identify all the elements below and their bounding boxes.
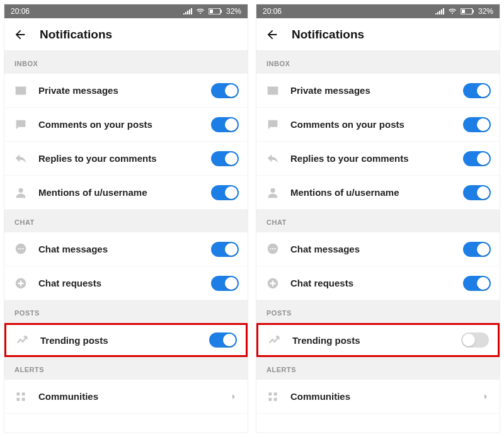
row-private-messages[interactable]: Private messages [4,74,248,108]
comment-icon [265,118,280,132]
status-bar: 20:06 32% [256,4,500,18]
label: Trending posts [292,335,451,346]
svg-rect-8 [16,392,20,395]
label: Private messages [290,85,453,96]
toggle[interactable] [463,83,491,98]
app-bar: Notifications [4,18,248,51]
toggle[interactable] [463,276,491,291]
section-posts: POSTS [256,300,500,323]
row-mentions[interactable]: Mentions of u/username [4,176,248,210]
signal-icon [435,8,444,14]
row-trending-posts[interactable]: Trending posts [256,323,500,357]
row-comments-on-posts[interactable]: Comments on your posts [4,108,248,142]
back-icon[interactable] [13,28,27,42]
row-chat-requests[interactable]: Chat requests [4,266,248,300]
plus-circle-icon [13,276,28,290]
section-posts: POSTS [4,300,248,323]
grid-icon [13,390,28,403]
row-chat-requests[interactable]: Chat requests [256,266,500,300]
status-right: 32% [183,7,241,16]
plus-circle-icon [265,276,280,290]
row-mentions[interactable]: Mentions of u/username [256,176,500,210]
svg-point-17 [272,247,273,249]
toggle[interactable] [211,117,239,132]
wifi-icon [196,8,205,14]
svg-point-18 [274,247,275,249]
comment-icon [13,118,28,132]
section-inbox: INBOX [256,51,500,74]
toggle[interactable] [211,83,239,98]
label: Mentions of u/username [38,187,201,198]
row-replies[interactable]: Replies to your comments [256,142,500,176]
section-chat: CHAT [4,210,248,232]
status-right: 32% [435,7,493,16]
toggle[interactable] [211,276,239,291]
svg-point-4 [18,247,19,249]
toggle[interactable] [211,151,239,166]
svg-rect-13 [472,10,474,13]
toggle[interactable] [211,242,239,257]
toggle[interactable] [463,117,491,132]
label: Comments on your posts [290,119,453,130]
label: Trending posts [40,335,199,346]
row-replies[interactable]: Replies to your comments [4,142,248,176]
label: Replies to your comments [290,153,453,164]
section-alerts: ALERTS [4,357,248,380]
toggle[interactable] [209,332,237,348]
trending-icon [267,333,282,347]
label: Communities [38,391,219,402]
reply-icon [13,152,28,166]
battery-pct: 32% [478,7,493,16]
svg-rect-2 [210,9,213,13]
section-chat: CHAT [256,210,500,232]
svg-point-5 [20,247,21,249]
chevron-right-icon [481,392,491,402]
label: Chat messages [38,244,201,254]
battery-icon [209,8,222,14]
person-icon [13,186,28,200]
back-icon[interactable] [265,28,279,42]
row-communities[interactable]: Communities [256,380,500,414]
row-private-messages[interactable]: Private messages [256,74,500,108]
label: Chat requests [290,278,453,288]
toggle[interactable] [211,185,239,200]
svg-rect-1 [220,10,222,13]
label: Chat requests [38,278,201,288]
label: Private messages [38,85,201,96]
page-title: Notifications [292,28,364,42]
svg-rect-9 [22,392,25,395]
svg-rect-14 [462,9,465,13]
toggle[interactable] [461,332,489,348]
svg-point-6 [22,247,23,249]
battery-icon [461,8,474,14]
battery-pct: 32% [226,7,241,16]
status-time: 20:06 [263,7,282,16]
label: Replies to your comments [38,153,201,164]
section-inbox: INBOX [4,51,248,74]
toggle[interactable] [463,151,491,166]
row-communities[interactable]: Communities [4,380,248,414]
svg-rect-21 [274,392,277,395]
chevron-right-icon [229,392,239,402]
page-title: Notifications [40,28,112,42]
wifi-icon [448,8,457,14]
row-chat-messages[interactable]: Chat messages [4,232,248,266]
chat-icon [265,242,280,256]
svg-rect-23 [274,397,277,400]
label: Comments on your posts [38,119,201,130]
signal-icon [183,8,192,14]
svg-rect-10 [16,397,20,400]
status-time: 20:06 [11,7,30,16]
label: Mentions of u/username [290,187,453,198]
svg-rect-20 [268,392,272,395]
status-bar: 20:06 32% [4,4,248,18]
toggle[interactable] [463,185,491,200]
toggle[interactable] [463,242,491,257]
row-trending-posts[interactable]: Trending posts [4,323,248,357]
chat-icon [13,242,28,256]
row-chat-messages[interactable]: Chat messages [256,232,500,266]
row-comments-on-posts[interactable]: Comments on your posts [256,108,500,142]
label: Communities [290,391,471,402]
phone-left: 20:06 32% Notifications INBOX Private me… [4,4,248,433]
svg-point-16 [270,247,271,249]
